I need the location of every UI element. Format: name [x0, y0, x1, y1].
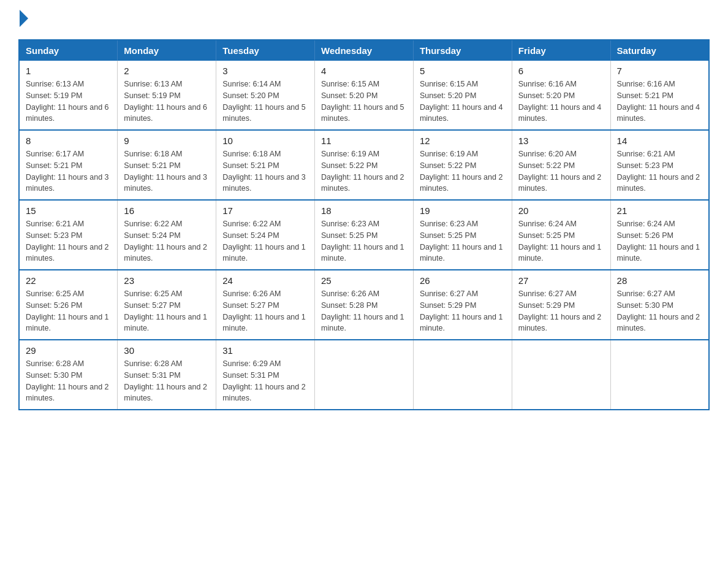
day-info: Sunrise: 6:28 AM Sunset: 5:31 PM Dayligh…: [124, 358, 210, 404]
calendar-cell: 14 Sunrise: 6:21 AM Sunset: 5:23 PM Dayl…: [610, 130, 709, 200]
calendar-cell: 6 Sunrise: 6:16 AM Sunset: 5:20 PM Dayli…: [512, 61, 610, 130]
day-info: Sunrise: 6:24 AM Sunset: 5:26 PM Dayligh…: [617, 218, 702, 264]
calendar-week-row: 1 Sunrise: 6:13 AM Sunset: 5:19 PM Dayli…: [19, 61, 709, 130]
day-number: 27: [518, 275, 604, 286]
header-monday: Monday: [118, 40, 216, 61]
day-info: Sunrise: 6:21 AM Sunset: 5:23 PM Dayligh…: [617, 148, 702, 194]
day-info: Sunrise: 6:25 AM Sunset: 5:26 PM Dayligh…: [26, 288, 111, 334]
calendar-cell: 18 Sunrise: 6:23 AM Sunset: 5:25 PM Dayl…: [315, 200, 414, 270]
calendar-cell: 22 Sunrise: 6:25 AM Sunset: 5:26 PM Dayl…: [19, 270, 118, 340]
calendar-cell: [610, 340, 709, 410]
day-info: Sunrise: 6:14 AM Sunset: 5:20 PM Dayligh…: [222, 79, 308, 124]
calendar-table: SundayMondayTuesdayWednesdayThursdayFrid…: [18, 39, 710, 410]
day-info: Sunrise: 6:26 AM Sunset: 5:28 PM Dayligh…: [321, 288, 407, 334]
day-number: 31: [222, 345, 308, 356]
calendar-cell: 5 Sunrise: 6:15 AM Sunset: 5:20 PM Dayli…: [413, 61, 512, 130]
day-info: Sunrise: 6:16 AM Sunset: 5:20 PM Dayligh…: [518, 79, 604, 124]
calendar-week-row: 8 Sunrise: 6:17 AM Sunset: 5:21 PM Dayli…: [19, 130, 709, 200]
day-info: Sunrise: 6:27 AM Sunset: 5:29 PM Dayligh…: [420, 288, 506, 334]
calendar-cell: 17 Sunrise: 6:22 AM Sunset: 5:24 PM Dayl…: [216, 200, 315, 270]
calendar-cell: 26 Sunrise: 6:27 AM Sunset: 5:29 PM Dayl…: [413, 270, 512, 340]
header-sunday: Sunday: [19, 40, 118, 61]
day-number: 14: [617, 136, 702, 146]
header-friday: Friday: [512, 40, 610, 61]
day-info: Sunrise: 6:18 AM Sunset: 5:21 PM Dayligh…: [222, 148, 308, 194]
calendar-week-row: 22 Sunrise: 6:25 AM Sunset: 5:26 PM Dayl…: [19, 270, 709, 340]
calendar-cell: 7 Sunrise: 6:16 AM Sunset: 5:21 PM Dayli…: [610, 61, 709, 130]
calendar-cell: 16 Sunrise: 6:22 AM Sunset: 5:24 PM Dayl…: [118, 200, 216, 270]
header-wednesday: Wednesday: [315, 40, 414, 61]
calendar-cell: 1 Sunrise: 6:13 AM Sunset: 5:19 PM Dayli…: [19, 61, 118, 130]
day-number: 25: [321, 275, 407, 286]
day-number: 18: [321, 205, 407, 216]
page-header: [18, 12, 710, 27]
day-info: Sunrise: 6:18 AM Sunset: 5:21 PM Dayligh…: [124, 148, 210, 194]
day-number: 15: [26, 205, 111, 216]
logo: [18, 12, 28, 27]
calendar-cell: 23 Sunrise: 6:25 AM Sunset: 5:27 PM Dayl…: [118, 270, 216, 340]
day-info: Sunrise: 6:15 AM Sunset: 5:20 PM Dayligh…: [420, 79, 506, 124]
calendar-cell: 4 Sunrise: 6:15 AM Sunset: 5:20 PM Dayli…: [315, 61, 414, 130]
day-info: Sunrise: 6:22 AM Sunset: 5:24 PM Dayligh…: [124, 218, 210, 264]
day-number: 12: [420, 136, 506, 146]
day-number: 13: [518, 136, 604, 146]
day-info: Sunrise: 6:13 AM Sunset: 5:19 PM Dayligh…: [124, 79, 210, 124]
calendar-week-row: 15 Sunrise: 6:21 AM Sunset: 5:23 PM Dayl…: [19, 200, 709, 270]
day-info: Sunrise: 6:16 AM Sunset: 5:21 PM Dayligh…: [617, 79, 702, 124]
header-thursday: Thursday: [413, 40, 512, 61]
day-info: Sunrise: 6:25 AM Sunset: 5:27 PM Dayligh…: [124, 288, 210, 334]
calendar-week-row: 29 Sunrise: 6:28 AM Sunset: 5:30 PM Dayl…: [19, 340, 709, 410]
day-number: 6: [518, 66, 604, 76]
day-number: 4: [321, 66, 407, 76]
calendar-header-row: SundayMondayTuesdayWednesdayThursdayFrid…: [19, 40, 709, 61]
day-number: 2: [124, 66, 210, 76]
calendar-cell: [315, 340, 414, 410]
calendar-cell: 21 Sunrise: 6:24 AM Sunset: 5:26 PM Dayl…: [610, 200, 709, 270]
day-info: Sunrise: 6:21 AM Sunset: 5:23 PM Dayligh…: [26, 218, 111, 264]
day-number: 19: [420, 205, 506, 216]
day-number: 17: [222, 205, 308, 216]
calendar-cell: 10 Sunrise: 6:18 AM Sunset: 5:21 PM Dayl…: [216, 130, 315, 200]
day-info: Sunrise: 6:17 AM Sunset: 5:21 PM Dayligh…: [26, 148, 111, 194]
day-number: 7: [617, 66, 702, 76]
calendar-cell: 9 Sunrise: 6:18 AM Sunset: 5:21 PM Dayli…: [118, 130, 216, 200]
day-number: 16: [124, 205, 210, 216]
day-info: Sunrise: 6:27 AM Sunset: 5:29 PM Dayligh…: [518, 288, 604, 334]
calendar-cell: 8 Sunrise: 6:17 AM Sunset: 5:21 PM Dayli…: [19, 130, 118, 200]
calendar-cell: 13 Sunrise: 6:20 AM Sunset: 5:22 PM Dayl…: [512, 130, 610, 200]
header-tuesday: Tuesday: [216, 40, 315, 61]
day-number: 10: [222, 136, 308, 146]
header-saturday: Saturday: [610, 40, 709, 61]
day-info: Sunrise: 6:23 AM Sunset: 5:25 PM Dayligh…: [420, 218, 506, 264]
day-number: 9: [124, 136, 210, 146]
calendar-cell: 28 Sunrise: 6:27 AM Sunset: 5:30 PM Dayl…: [610, 270, 709, 340]
calendar-cell: 3 Sunrise: 6:14 AM Sunset: 5:20 PM Dayli…: [216, 61, 315, 130]
day-info: Sunrise: 6:28 AM Sunset: 5:30 PM Dayligh…: [26, 358, 111, 404]
day-info: Sunrise: 6:19 AM Sunset: 5:22 PM Dayligh…: [420, 148, 506, 194]
calendar-cell: 12 Sunrise: 6:19 AM Sunset: 5:22 PM Dayl…: [413, 130, 512, 200]
logo-arrow-icon: [20, 10, 28, 27]
day-number: 26: [420, 275, 506, 286]
day-info: Sunrise: 6:29 AM Sunset: 5:31 PM Dayligh…: [222, 358, 308, 404]
day-number: 3: [222, 66, 308, 76]
calendar-cell: 19 Sunrise: 6:23 AM Sunset: 5:25 PM Dayl…: [413, 200, 512, 270]
day-number: 5: [420, 66, 506, 76]
day-info: Sunrise: 6:20 AM Sunset: 5:22 PM Dayligh…: [518, 148, 604, 194]
calendar-cell: [512, 340, 610, 410]
calendar-cell: 25 Sunrise: 6:26 AM Sunset: 5:28 PM Dayl…: [315, 270, 414, 340]
day-number: 30: [124, 345, 210, 356]
day-number: 22: [26, 275, 111, 286]
calendar-cell: 15 Sunrise: 6:21 AM Sunset: 5:23 PM Dayl…: [19, 200, 118, 270]
day-info: Sunrise: 6:24 AM Sunset: 5:25 PM Dayligh…: [518, 218, 604, 264]
day-info: Sunrise: 6:15 AM Sunset: 5:20 PM Dayligh…: [321, 79, 407, 124]
day-number: 11: [321, 136, 407, 146]
calendar-cell: 31 Sunrise: 6:29 AM Sunset: 5:31 PM Dayl…: [216, 340, 315, 410]
calendar-cell: 29 Sunrise: 6:28 AM Sunset: 5:30 PM Dayl…: [19, 340, 118, 410]
day-number: 21: [617, 205, 702, 216]
day-info: Sunrise: 6:27 AM Sunset: 5:30 PM Dayligh…: [617, 288, 702, 334]
day-number: 24: [222, 275, 308, 286]
calendar-cell: 24 Sunrise: 6:26 AM Sunset: 5:27 PM Dayl…: [216, 270, 315, 340]
day-number: 8: [26, 136, 111, 146]
calendar-cell: 11 Sunrise: 6:19 AM Sunset: 5:22 PM Dayl…: [315, 130, 414, 200]
calendar-cell: 20 Sunrise: 6:24 AM Sunset: 5:25 PM Dayl…: [512, 200, 610, 270]
